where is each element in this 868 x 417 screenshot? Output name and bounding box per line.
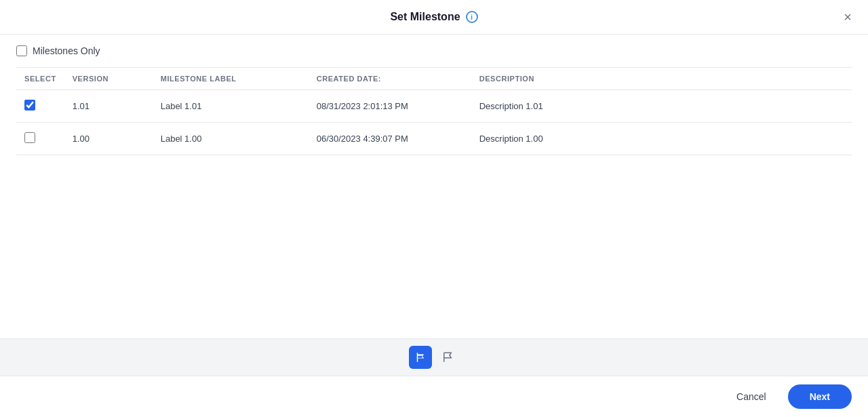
milestones-only-label[interactable]: Milestones Only	[33, 45, 100, 56]
modal-title: Set Milestone i	[390, 11, 477, 23]
modal-header: Set Milestone i ×	[0, 0, 868, 35]
row-1-select-cell	[16, 123, 64, 155]
milestones-table: SELECT VERSION MILESTONE LABEL CREATED D…	[16, 67, 852, 155]
col-header-milestone-label: MILESTONE LABEL	[153, 68, 309, 90]
title-text: Set Milestone	[390, 11, 460, 23]
row-1-description: Description 1.00	[471, 123, 852, 155]
page-2-icon[interactable]	[436, 346, 459, 369]
cancel-button[interactable]: Cancel	[723, 384, 780, 409]
row-0-milestone-label: Label 1.01	[153, 90, 309, 123]
milestones-only-checkbox[interactable]	[16, 45, 27, 56]
table-header-row: SELECT VERSION MILESTONE LABEL CREATED D…	[16, 68, 852, 90]
row-1-checkbox[interactable]	[24, 132, 35, 143]
flag-filled-icon	[414, 351, 427, 363]
row-0-select-cell	[16, 90, 64, 123]
col-header-select: SELECT	[16, 68, 64, 90]
page-1-icon[interactable]	[409, 346, 432, 369]
col-header-created-date: CREATED DATE:	[309, 68, 471, 90]
pagination-bar	[0, 338, 868, 376]
modal-footer: Cancel Next	[0, 376, 868, 417]
modal-body: Milestones Only SELECT VERSION MILESTONE…	[0, 35, 868, 338]
row-0-description: Description 1.01	[471, 90, 852, 123]
col-header-version: VERSION	[64, 68, 153, 90]
row-0-checkbox[interactable]	[24, 100, 35, 111]
table-body: 1.01Label 1.0108/31/2023 2:01:13 PMDescr…	[16, 90, 852, 155]
close-button[interactable]: ×	[841, 7, 854, 26]
row-0-created-date: 08/31/2023 2:01:13 PM	[309, 90, 471, 123]
next-button[interactable]: Next	[788, 384, 852, 409]
info-icon[interactable]: i	[466, 11, 478, 23]
table-row: 1.00Label 1.0006/30/2023 4:39:07 PMDescr…	[16, 123, 852, 155]
row-0-version: 1.01	[64, 90, 153, 123]
col-header-description: DESCRIPTION	[471, 68, 852, 90]
row-1-created-date: 06/30/2023 4:39:07 PM	[309, 123, 471, 155]
row-1-version: 1.00	[64, 123, 153, 155]
table-row: 1.01Label 1.0108/31/2023 2:01:13 PMDescr…	[16, 90, 852, 123]
row-1-milestone-label: Label 1.00	[153, 123, 309, 155]
flag-outline-icon	[441, 351, 454, 363]
milestones-only-row: Milestones Only	[16, 45, 852, 56]
